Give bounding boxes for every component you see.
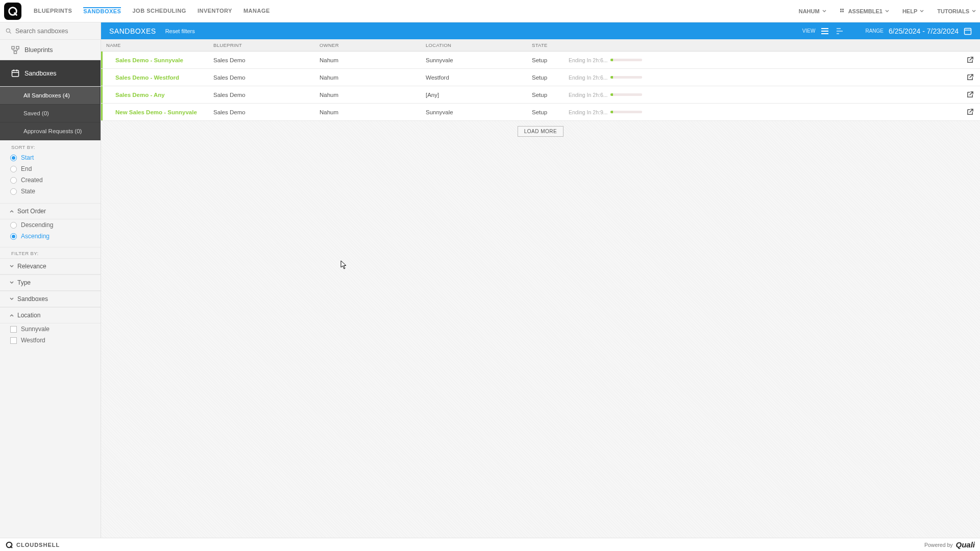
row-blueprint: Sales Demo — [213, 57, 320, 63]
table-row[interactable]: New Sales Demo - SunnyvaleSales DemoNahu… — [101, 104, 980, 121]
radio-icon — [10, 166, 17, 172]
sort-order-ascending[interactable]: Ascending — [0, 231, 101, 242]
col-name[interactable]: NAME — [106, 42, 213, 48]
row-ending: Ending In 2h:6... — [569, 57, 642, 63]
footer-company: Quali — [955, 540, 975, 549]
radio-label: Created — [21, 177, 43, 184]
user-name: NAHUM — [799, 8, 820, 14]
filter-relevance[interactable]: Relevance — [0, 258, 101, 274]
sort-state[interactable]: State — [0, 186, 101, 197]
search-wrap[interactable] — [0, 22, 101, 40]
help-menu[interactable]: HELP — [902, 8, 924, 14]
row-blueprint: Sales Demo — [213, 74, 320, 81]
svg-rect-3 — [840, 11, 842, 12]
filter-location-sunnyvale[interactable]: Sunnyvale — [0, 323, 101, 335]
checkbox-label: Westford — [21, 337, 45, 344]
svg-rect-7 — [16, 46, 19, 49]
open-external-icon — [966, 91, 974, 98]
chevron-up-icon — [9, 313, 14, 318]
subnav: All Sandboxes (4) Saved (0) Approval Req… — [0, 87, 101, 140]
nav-manage[interactable]: MANAGE — [243, 8, 270, 14]
filter-sandboxes[interactable]: Sandboxes — [0, 291, 101, 307]
calendar-icon[interactable] — [964, 27, 972, 35]
open-button[interactable] — [960, 56, 980, 64]
search-icon — [5, 28, 12, 35]
view-timeline-icon[interactable] — [836, 27, 845, 36]
view-list-icon[interactable] — [820, 27, 829, 36]
nav-blueprints[interactable]: BLUEPRINTS — [34, 8, 72, 14]
user-menu[interactable]: NAHUM — [799, 8, 826, 14]
subnav-all-sandboxes[interactable]: All Sandboxes (4) — [0, 87, 101, 105]
chevron-down-icon — [822, 9, 826, 13]
row-state: Setup — [532, 92, 569, 98]
org-menu[interactable]: ASSEMBLE1 — [840, 8, 889, 14]
svg-rect-2 — [842, 9, 844, 10]
row-ending: Ending In 2h:9... — [569, 109, 642, 115]
page-title: SANDBOXES — [109, 27, 156, 35]
row-ending: Ending In 2h:6... — [569, 74, 642, 81]
subnav-saved[interactable]: Saved (0) — [0, 105, 101, 122]
col-owner[interactable]: OWNER — [320, 42, 426, 48]
range-value[interactable]: 6/25/2024 - 7/23/2024 — [889, 27, 959, 35]
chevron-down-icon — [9, 296, 14, 302]
row-name[interactable]: Sales Demo - Sunnyvale — [106, 57, 213, 63]
filter-location-westford[interactable]: Westford — [0, 335, 101, 346]
col-blueprint[interactable]: BLUEPRINT — [213, 42, 320, 48]
radio-icon — [10, 222, 17, 229]
cloudshell-icon — [5, 541, 13, 549]
checkbox-icon — [10, 337, 17, 344]
tutorials-label: TUTORIALS — [937, 8, 969, 14]
chevron-down-icon — [9, 264, 14, 269]
open-button[interactable] — [960, 73, 980, 81]
filter-label: Relevance — [17, 263, 46, 270]
svg-rect-9 — [12, 70, 19, 77]
radio-icon — [10, 177, 17, 184]
app-logo[interactable] — [4, 3, 21, 20]
sort-start[interactable]: Start — [0, 152, 101, 163]
table-row[interactable]: Sales Demo - SunnyvaleSales DemoNahumSun… — [101, 52, 980, 69]
row-owner: Nahum — [320, 109, 426, 115]
open-button[interactable] — [960, 91, 980, 98]
filter-location[interactable]: Location — [0, 307, 101, 323]
chevron-up-icon — [9, 209, 14, 214]
nav-inventory[interactable]: INVENTORY — [198, 8, 232, 14]
row-location: Westford — [426, 74, 532, 81]
sort-created[interactable]: Created — [0, 174, 101, 186]
sort-end[interactable]: End — [0, 163, 101, 174]
tutorials-menu[interactable]: TUTORIALS — [937, 8, 976, 14]
sandboxes-icon — [11, 69, 19, 78]
load-more-button[interactable]: LOAD MORE — [518, 126, 564, 137]
nav-job-scheduling[interactable]: JOB SCHEDULING — [132, 8, 186, 14]
sort-order-toggle[interactable]: Sort Order — [0, 203, 101, 219]
row-name[interactable]: New Sales Demo - Sunnyvale — [106, 109, 213, 115]
subnav-approval-requests[interactable]: Approval Requests (0) — [0, 122, 101, 140]
logo-icon — [7, 6, 18, 17]
filter-label: Sandboxes — [17, 295, 48, 303]
radio-label: State — [21, 188, 35, 195]
chevron-down-icon — [972, 9, 976, 13]
sidebar-item-label: Sandboxes — [24, 70, 57, 77]
progress-bar — [610, 59, 642, 61]
row-ending: Ending In 2h:6... — [569, 92, 642, 98]
row-owner: Nahum — [320, 74, 426, 81]
table-row[interactable]: Sales Demo - WestfordSales DemoNahumWest… — [101, 69, 980, 86]
filterby-label: FILTER BY: — [0, 247, 101, 258]
open-button[interactable] — [960, 108, 980, 116]
filter-type[interactable]: Type — [0, 274, 101, 291]
footer-brand: CLOUDSHELL — [16, 542, 60, 548]
chevron-down-icon — [9, 280, 14, 285]
sidebar-item-sandboxes[interactable]: Sandboxes — [0, 60, 101, 87]
sidebar-item-blueprints[interactable]: Blueprints — [0, 40, 101, 60]
row-name[interactable]: Sales Demo - Any — [106, 92, 213, 98]
row-name[interactable]: Sales Demo - Westford — [106, 74, 213, 81]
col-state[interactable]: STATE — [532, 42, 569, 48]
table-row[interactable]: Sales Demo - AnySales DemoNahum[Any]Setu… — [101, 86, 980, 104]
sort-order-descending[interactable]: Descending — [0, 219, 101, 231]
svg-rect-4 — [842, 11, 844, 12]
reset-filters-link[interactable]: Reset filters — [165, 28, 195, 34]
col-location[interactable]: LOCATION — [426, 42, 532, 48]
nav-sandboxes[interactable]: SANDBOXES — [83, 7, 121, 14]
search-input[interactable] — [15, 28, 95, 35]
sort-order-label: Sort Order — [17, 208, 46, 215]
org-icon — [840, 8, 846, 14]
